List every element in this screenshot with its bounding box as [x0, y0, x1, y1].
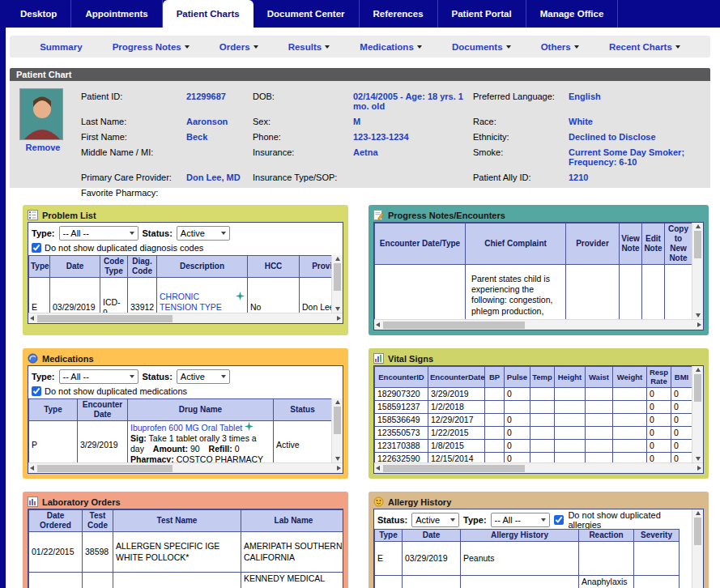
scroll-up-icon[interactable] [335, 257, 340, 261]
drug-link[interactable]: Ibuprofen 600 MG Oral Tablet [130, 423, 242, 432]
menu-medications[interactable]: Medications [360, 42, 421, 52]
scroll-up-icon[interactable] [696, 511, 701, 515]
nav-tab-patient-portal[interactable]: Patient Portal [438, 0, 526, 28]
horizontal-scrollbar[interactable] [374, 319, 703, 330]
last-name-label: Last Name: [81, 117, 177, 126]
pharmacy-label: Pharmacy: [130, 454, 174, 462]
scroll-down-icon[interactable] [335, 457, 340, 461]
menu-progress-notes[interactable]: Progress Notes [113, 42, 190, 52]
scroll-track[interactable] [332, 406, 343, 455]
scroll-left-icon[interactable] [376, 466, 380, 471]
scroll-up-icon[interactable] [335, 400, 340, 404]
status-filter-select[interactable]: Active [177, 369, 230, 384]
type-filter-select[interactable]: -- All -- [59, 369, 138, 384]
scroll-thumb[interactable] [694, 518, 701, 545]
nav-tab-patient-charts[interactable]: Patient Charts [163, 0, 253, 28]
scroll-right-icon[interactable] [337, 466, 341, 471]
remove-photo-link[interactable]: Remove [19, 143, 66, 152]
horizontal-scrollbar[interactable] [28, 462, 343, 473]
menu-results[interactable]: Results [288, 42, 330, 52]
scroll-track[interactable] [381, 463, 696, 473]
cell [642, 265, 665, 320]
scroll-left-icon[interactable] [376, 322, 380, 327]
menu-orders[interactable]: Orders [219, 42, 258, 52]
cell: No [248, 278, 300, 313]
medications-icon [28, 353, 38, 364]
nav-tab-desktop[interactable]: Desktop [6, 0, 71, 28]
header-row: EncounterID EncounterDate BP Pulse Temp … [375, 367, 692, 388]
scroll-right-icon[interactable] [697, 466, 701, 471]
nav-tab-document-center[interactable]: Document Center [253, 0, 360, 28]
scroll-left-icon[interactable] [30, 466, 34, 471]
cell [375, 265, 466, 320]
vertical-scrollbar[interactable] [692, 366, 703, 462]
empty-cell [473, 188, 559, 198]
panel-header: Laboratory Orders [28, 495, 343, 509]
nav-tab-appointments[interactable]: Appointments [71, 0, 162, 28]
scroll-thumb[interactable] [37, 315, 173, 322]
nav-tab-references[interactable]: References [360, 0, 438, 28]
cell: 0 [505, 453, 530, 462]
scroll-track[interactable] [332, 262, 343, 305]
scroll-thumb[interactable] [694, 231, 701, 258]
preferred-language-value: English [569, 92, 720, 111]
scroll-track[interactable] [381, 320, 696, 330]
col-header-lab-name: Lab Name [241, 510, 343, 532]
horizontal-scrollbar[interactable] [374, 462, 703, 473]
menu-documents[interactable]: Documents [452, 42, 511, 52]
cell: 0 [505, 440, 530, 453]
cell [485, 414, 505, 427]
dedupe-diagnosis-checkbox[interactable] [32, 243, 41, 253]
scroll-thumb[interactable] [694, 374, 701, 402]
vertical-scrollbar[interactable] [331, 255, 343, 313]
scroll-thumb[interactable] [334, 263, 341, 291]
scroll-track[interactable] [36, 463, 335, 473]
vertical-scrollbar[interactable] [692, 223, 703, 319]
cell: 3/29/2019 [78, 421, 128, 463]
interaction-check-icon [245, 423, 253, 432]
nav-tab-manage-office[interactable]: Manage Office [526, 0, 619, 28]
scroll-track[interactable] [692, 373, 703, 455]
scroll-down-icon[interactable] [696, 313, 701, 317]
type-filter-select[interactable]: -- All -- [491, 513, 551, 527]
cell [555, 453, 586, 462]
empty-cell [569, 188, 720, 198]
dob-label: DOB: [253, 92, 343, 111]
scroll-down-icon[interactable] [335, 307, 340, 311]
cell: Peanuts [461, 542, 579, 576]
menu-summary[interactable]: Summary [40, 42, 82, 52]
scroll-track[interactable] [692, 230, 703, 312]
dedupe-medications-checkbox[interactable] [32, 386, 41, 396]
menu-recent-charts[interactable]: Recent Charts [609, 42, 680, 52]
scroll-thumb[interactable] [383, 322, 525, 329]
dedupe-label: Do not show duplicated allergies [568, 510, 688, 530]
diagnosis-link[interactable]: CHRONIC TENSION TYPE HEADACHE [160, 292, 234, 313]
status-filter-select[interactable]: Active [411, 513, 459, 527]
scroll-thumb[interactable] [37, 465, 173, 472]
scroll-right-icon[interactable] [697, 322, 701, 327]
scroll-up-icon[interactable] [696, 368, 701, 372]
vertical-scrollbar[interactable] [692, 509, 703, 588]
scroll-left-icon[interactable] [30, 316, 34, 321]
cell [579, 542, 634, 576]
menu-label: Summary [40, 42, 82, 52]
col-header-weight: Weight [613, 367, 647, 388]
scroll-track[interactable] [36, 313, 335, 323]
type-filter-select[interactable]: -- All -- [59, 226, 138, 241]
cell [485, 453, 505, 462]
race-value: White [569, 117, 720, 126]
horizontal-scrollbar[interactable] [28, 313, 343, 323]
scroll-down-icon[interactable] [696, 457, 701, 461]
scroll-up-icon[interactable] [696, 224, 701, 228]
cell [634, 542, 680, 576]
patient-ally-id-label: Patient Ally ID: [473, 173, 559, 182]
panel-title: Vital Signs [388, 354, 433, 364]
menu-others[interactable]: Others [541, 42, 579, 52]
dedupe-allergies-checkbox[interactable] [554, 515, 564, 525]
scroll-track[interactable] [692, 517, 703, 588]
scroll-right-icon[interactable] [337, 316, 341, 321]
scroll-thumb[interactable] [334, 407, 341, 434]
status-filter-select[interactable]: Active [177, 226, 230, 241]
vertical-scrollbar[interactable] [331, 398, 343, 462]
scroll-thumb[interactable] [383, 465, 525, 472]
